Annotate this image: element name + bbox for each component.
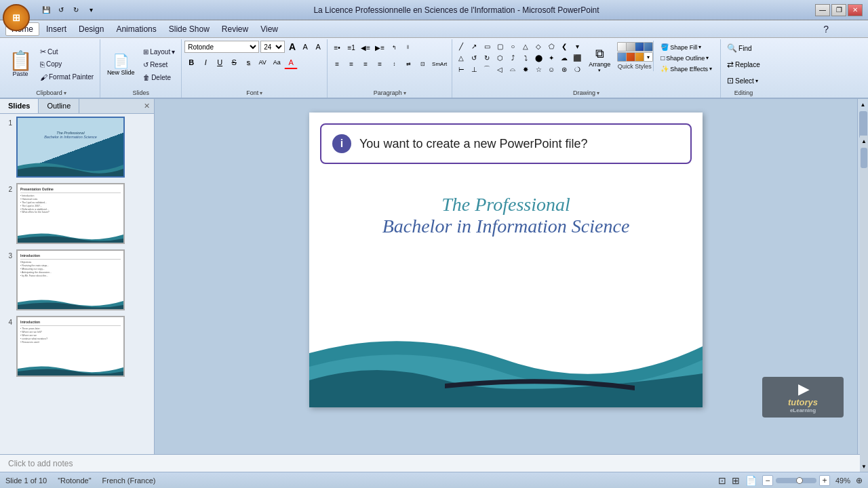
change-case-btn[interactable]: Aa: [270, 56, 283, 69]
zoom-slider[interactable]: [776, 478, 816, 483]
undo-btn[interactable]: ↺: [54, 3, 68, 17]
shape-s5[interactable]: ⤴: [507, 52, 519, 63]
qs-swatch-1[interactable]: [617, 42, 627, 52]
qs-swatch-6[interactable]: [626, 52, 635, 62]
shape-s4[interactable]: ⬡: [494, 52, 506, 63]
shape-arrow[interactable]: ↗: [468, 41, 480, 52]
font-name-select[interactable]: Rotonde: [184, 41, 259, 53]
format-painter-button[interactable]: 🖌 Format Painter: [37, 71, 97, 83]
shape-t5[interactable]: ⌓: [507, 64, 519, 75]
shape-t10[interactable]: ❍: [571, 64, 583, 75]
shape-more3[interactable]: ⬠: [545, 41, 557, 52]
copy-button[interactable]: ⎘ Copy: [37, 58, 97, 70]
shape-line[interactable]: ╱: [455, 41, 467, 52]
shape-more4[interactable]: ❮: [558, 41, 570, 52]
zoom-out-btn[interactable]: −: [762, 475, 773, 486]
shape-s7[interactable]: ⬤: [532, 52, 545, 63]
slide-item-1[interactable]: 1 The Professional Bachelor in Informati…: [3, 117, 151, 178]
shape-more2[interactable]: ◇: [532, 41, 545, 52]
shape-t2[interactable]: ⊥: [468, 64, 480, 75]
italic-button[interactable]: I: [199, 56, 212, 69]
slide-item-2[interactable]: 2 Presentation Outline • Introduction• H…: [3, 183, 151, 244]
qs-swatch-3[interactable]: [635, 42, 644, 52]
shape-round-rect[interactable]: ▢: [494, 41, 506, 52]
view-reading-btn[interactable]: 📄: [745, 475, 757, 486]
justify-btn[interactable]: ≡: [373, 57, 387, 70]
office-button[interactable]: ⊞: [3, 4, 30, 31]
shape-outline-btn[interactable]: □ Shape Outline ▾: [658, 53, 715, 63]
paragraph-expand[interactable]: ▾: [403, 90, 406, 96]
align-center-btn[interactable]: ≡: [344, 57, 358, 70]
bullets-btn[interactable]: ≡•: [330, 41, 344, 54]
align-text-btn[interactable]: ⊡: [416, 57, 429, 70]
scroll-up-btn[interactable]: ▲: [858, 99, 869, 110]
menu-help[interactable]: ?: [818, 22, 834, 36]
slide-thumb-4[interactable]: Introduction • Three years later:• Where…: [16, 316, 125, 377]
shadow-button[interactable]: s: [241, 56, 255, 69]
qs-swatch-2[interactable]: [626, 42, 635, 52]
select-button[interactable]: ⊡ Select ▾: [724, 73, 764, 88]
font-increase-btn[interactable]: A: [286, 41, 298, 53]
menu-animations[interactable]: Animations: [111, 23, 161, 35]
shape-s1[interactable]: △: [455, 52, 467, 63]
cut-button[interactable]: ✂ Cut: [37, 45, 97, 58]
menu-design[interactable]: Design: [73, 23, 109, 35]
slides-panel-close[interactable]: ✕: [140, 99, 154, 113]
menu-review[interactable]: Review: [216, 23, 254, 35]
bold-button[interactable]: B: [184, 56, 198, 69]
minimize-btn[interactable]: —: [815, 4, 830, 16]
strikethrough-button[interactable]: S: [227, 56, 241, 69]
reset-button[interactable]: ↺Reset: [140, 58, 178, 70]
numbering-btn[interactable]: ≡1: [344, 41, 358, 54]
font-size-select[interactable]: 24: [260, 41, 285, 53]
shape-fill-btn[interactable]: 🪣 Shape Fill ▾: [658, 42, 715, 52]
close-btn[interactable]: ✕: [848, 4, 863, 16]
replace-button[interactable]: ⇄ Replace: [724, 57, 764, 72]
shape-t3[interactable]: ⌒: [481, 64, 493, 75]
smartart-btn[interactable]: SmArt: [430, 57, 449, 70]
font-expand[interactable]: ▾: [260, 90, 262, 96]
shape-t6[interactable]: ✸: [519, 64, 532, 75]
redo-btn[interactable]: ↻: [69, 3, 83, 17]
slide-thumb-2[interactable]: Presentation Outline • Introduction• His…: [16, 183, 125, 244]
slides-tab-slides[interactable]: Slides: [0, 99, 39, 113]
restore-btn[interactable]: ❐: [831, 4, 846, 16]
font-color-btn[interactable]: A: [284, 56, 298, 69]
shape-t1[interactable]: ⊢: [455, 64, 467, 75]
slide-item-3[interactable]: 3 Introduction Objectives• Revising the …: [3, 249, 151, 310]
shape-s2[interactable]: ↺: [468, 52, 480, 63]
quick-access-dropdown[interactable]: ▾: [84, 3, 98, 17]
text-direction-btn[interactable]: ⇄: [401, 57, 415, 70]
clear-formatting-btn[interactable]: A: [312, 41, 324, 53]
fit-to-window-btn[interactable]: ⊕: [856, 476, 863, 485]
shape-t9[interactable]: ⊛: [558, 64, 570, 75]
arrange-button[interactable]: ⧉ Arrange ▾: [585, 41, 614, 79]
shape-s9[interactable]: ☁: [558, 52, 570, 63]
slide-thumb-3[interactable]: Introduction Objectives• Revising the ma…: [16, 249, 125, 310]
underline-button[interactable]: U: [213, 56, 226, 69]
scroll-thumb[interactable]: [859, 111, 867, 138]
drawing-expand[interactable]: ▾: [597, 90, 599, 96]
shape-s8[interactable]: ✦: [545, 52, 557, 63]
char-spacing-btn[interactable]: AV: [256, 56, 269, 69]
slides-tab-outline[interactable]: Outline: [39, 99, 79, 113]
font-decrease-btn[interactable]: A: [299, 41, 311, 53]
new-slide-button[interactable]: 📄 New Slide: [103, 45, 138, 83]
line-spacing-btn[interactable]: ↕: [387, 57, 401, 70]
slide-item-4[interactable]: 4 Introduction • Three years later:• Whe…: [3, 316, 151, 377]
shape-t4[interactable]: ◁: [494, 64, 506, 75]
notes-area[interactable]: Click to add notes: [0, 454, 868, 472]
qs-swatch-7[interactable]: [635, 52, 644, 62]
view-normal-btn[interactable]: ⊡: [718, 475, 726, 486]
zoom-in-btn[interactable]: +: [819, 475, 830, 486]
rtl-btn[interactable]: ↰: [387, 41, 401, 54]
shape-t7[interactable]: ☆: [532, 64, 545, 75]
menu-insert[interactable]: Insert: [41, 23, 72, 35]
shape-t8[interactable]: ☺: [545, 64, 557, 75]
layout-button[interactable]: ⊞Layout▾: [140, 45, 178, 58]
shape-more1[interactable]: △: [519, 41, 532, 52]
shape-dropdown[interactable]: ▾: [571, 41, 583, 52]
paste-button[interactable]: 📋 Paste: [5, 45, 35, 83]
clipboard-expand[interactable]: ▾: [64, 90, 66, 96]
align-left-btn[interactable]: ≡: [330, 57, 344, 70]
